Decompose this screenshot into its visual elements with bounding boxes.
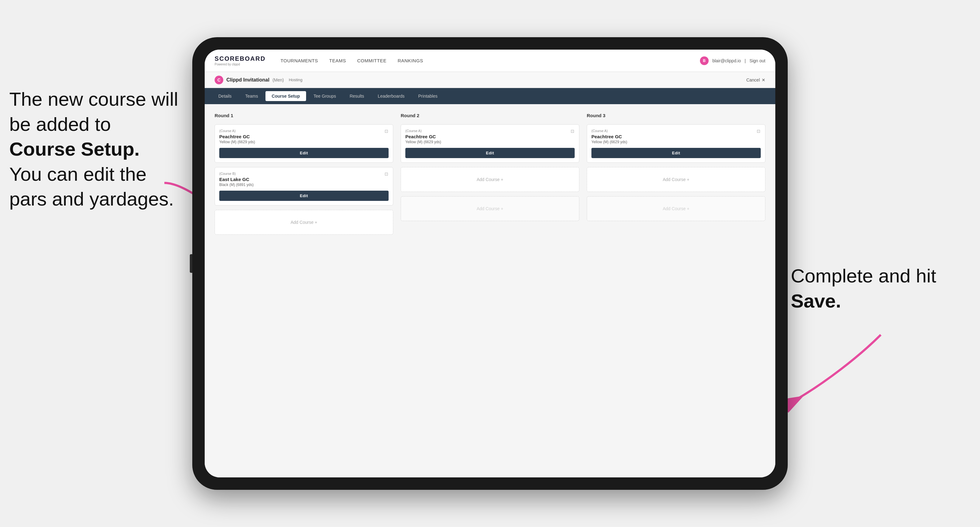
logo-title: SCOREBOARD — [215, 55, 266, 62]
cancel-icon: ✕ — [762, 78, 765, 83]
round3-add-course-active[interactable]: Add Course + — [587, 167, 765, 192]
tournament-bar: C Clippd Invitational (Men) Hosting Canc… — [205, 72, 775, 88]
tab-tee-groups[interactable]: Tee Groups — [307, 91, 342, 101]
round3-course-a-badge: (Course A) — [592, 129, 761, 133]
nav-right: B blair@clippd.io | Sign out — [700, 56, 765, 65]
round3-course-a-delete[interactable]: ⊡ — [755, 128, 762, 135]
sign-out-link[interactable]: Sign out — [749, 58, 765, 63]
round1-course-a-edit[interactable]: Edit — [219, 148, 388, 158]
round1-course-b-edit[interactable]: Edit — [219, 190, 388, 201]
top-nav: SCOREBOARD Powered by clippd TOURNAMENTS… — [205, 49, 775, 72]
left-text-sub: You can edit the pars and yardages. — [9, 163, 174, 210]
round3-add-course-disabled-label: Add Course + — [663, 206, 689, 211]
round3-course-a-name: Peachtree GC — [592, 134, 761, 139]
tournament-division: (Men) — [273, 78, 284, 83]
tournament-logo: C — [215, 76, 223, 84]
round2-add-course-disabled: Add Course + — [401, 196, 579, 221]
round-3-label: Round 3 — [587, 113, 765, 118]
round1-course-b-delete[interactable]: ⊡ — [383, 170, 390, 177]
cancel-label: Cancel — [746, 78, 760, 83]
tab-details[interactable]: Details — [212, 91, 238, 101]
round3-course-a-card: ⊡ (Course A) Peachtree GC Yellow (M) (66… — [587, 124, 765, 163]
tabs-bar: Details Teams Course Setup Tee Groups Re… — [205, 88, 775, 104]
main-content: Round 1 ⊡ (Course A) Peachtree GC Yellow… — [205, 104, 775, 478]
hosting-badge: Hosting — [289, 78, 302, 82]
nav-committee[interactable]: COMMITTEE — [357, 58, 387, 63]
right-text-main: Complete and hit — [791, 265, 936, 286]
left-annotation: The new course will be added to Course S… — [9, 87, 180, 212]
round1-course-b-badge: (Course B) — [219, 172, 388, 175]
round1-course-b-tee: Black (M) (6891 yds) — [219, 183, 388, 187]
round1-course-a-tee: Yellow (M) (6629 yds) — [219, 140, 388, 144]
round1-course-a-card: ⊡ (Course A) Peachtree GC Yellow (M) (66… — [215, 124, 393, 163]
round1-add-course-label: Add Course + — [291, 220, 317, 225]
round2-add-course-disabled-label: Add Course + — [477, 206, 503, 211]
round-3-column: Round 3 ⊡ (Course A) Peachtree GC Yellow… — [587, 113, 765, 235]
tablet-device: SCOREBOARD Powered by clippd TOURNAMENTS… — [192, 37, 788, 490]
round3-course-a-tee: Yellow (M) (6629 yds) — [592, 140, 761, 144]
rounds-grid: Round 1 ⊡ (Course A) Peachtree GC Yellow… — [215, 113, 765, 235]
left-text-main: The new course will be added to — [9, 88, 178, 135]
round3-add-course-disabled: Add Course + — [587, 196, 765, 221]
round2-course-a-tee: Yellow (M) (6629 yds) — [405, 140, 575, 144]
nav-separator: | — [745, 58, 746, 63]
round-1-label: Round 1 — [215, 113, 393, 118]
round2-course-a-name: Peachtree GC — [405, 134, 575, 139]
tab-course-setup[interactable]: Course Setup — [266, 91, 306, 101]
round-2-column: Round 2 ⊡ (Course A) Peachtree GC Yellow… — [401, 113, 579, 235]
round-1-column: Round 1 ⊡ (Course A) Peachtree GC Yellow… — [215, 113, 393, 235]
round1-course-a-name: Peachtree GC — [219, 134, 388, 139]
round2-course-a-card: ⊡ (Course A) Peachtree GC Yellow (M) (66… — [401, 124, 579, 163]
user-email: blair@clippd.io — [712, 58, 741, 63]
user-avatar: B — [700, 56, 709, 65]
tablet-side-button — [190, 254, 192, 273]
round3-course-a-edit[interactable]: Edit — [592, 148, 761, 158]
round2-add-course-label: Add Course + — [477, 177, 503, 182]
right-annotation: Complete and hit Save. — [791, 264, 940, 313]
nav-teams[interactable]: TEAMS — [329, 58, 346, 63]
tab-results[interactable]: Results — [343, 91, 370, 101]
right-text-bold: Save. — [791, 290, 841, 311]
logo-sub: Powered by clippd — [215, 63, 266, 66]
tournament-name: Clippd Invitational — [226, 77, 269, 83]
tab-teams[interactable]: Teams — [239, 91, 264, 101]
round-2-label: Round 2 — [401, 113, 579, 118]
round2-course-a-delete[interactable]: ⊡ — [569, 128, 576, 135]
round2-course-a-badge: (Course A) — [405, 129, 575, 133]
round1-course-b-name: East Lake GC — [219, 177, 388, 182]
round3-add-course-label: Add Course + — [663, 177, 689, 182]
tournament-info: C Clippd Invitational (Men) Hosting — [215, 76, 302, 84]
round1-course-a-delete[interactable]: ⊡ — [383, 128, 390, 135]
nav-links: TOURNAMENTS TEAMS COMMITTEE RANKINGS — [280, 58, 700, 63]
round1-course-a-badge: (Course A) — [219, 129, 388, 133]
round2-course-a-edit[interactable]: Edit — [405, 148, 575, 158]
tablet-screen: SCOREBOARD Powered by clippd TOURNAMENTS… — [205, 49, 775, 478]
tab-leaderboards[interactable]: Leaderboards — [372, 91, 410, 101]
nav-rankings[interactable]: RANKINGS — [398, 58, 423, 63]
round1-course-b-card: ⊡ (Course B) East Lake GC Black (M) (689… — [215, 167, 393, 206]
left-text-bold: Course Setup. — [9, 138, 140, 160]
scoreboard-logo: SCOREBOARD Powered by clippd — [215, 55, 266, 66]
nav-tournaments[interactable]: TOURNAMENTS — [280, 58, 318, 63]
round2-add-course-active[interactable]: Add Course + — [401, 167, 579, 192]
round1-add-course[interactable]: Add Course + — [215, 210, 393, 235]
cancel-button[interactable]: Cancel ✕ — [746, 78, 765, 83]
tab-printables[interactable]: Printables — [412, 91, 444, 101]
